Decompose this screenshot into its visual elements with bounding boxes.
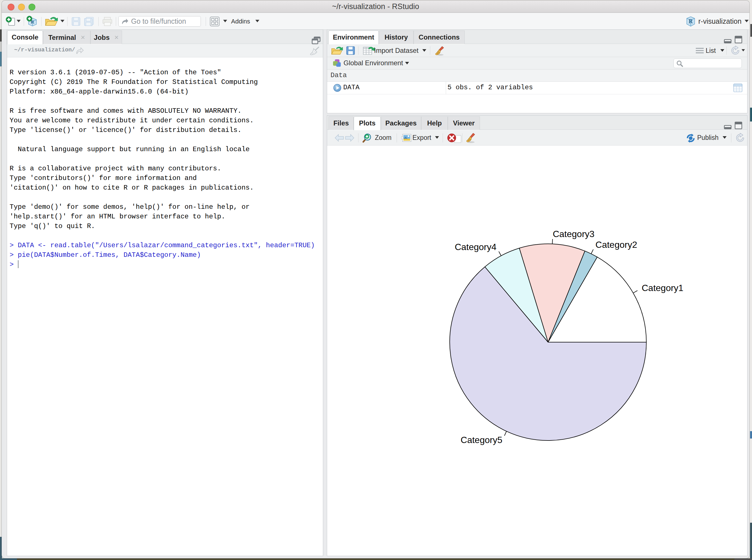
svg-text:Category3: Category3: [553, 229, 595, 239]
svg-text:Category1: Category1: [642, 283, 684, 293]
svg-text:Category4: Category4: [455, 242, 496, 252]
svg-text:Category2: Category2: [595, 240, 637, 250]
svg-text:Category5: Category5: [461, 435, 503, 445]
svg-text:R: R: [689, 18, 693, 24]
